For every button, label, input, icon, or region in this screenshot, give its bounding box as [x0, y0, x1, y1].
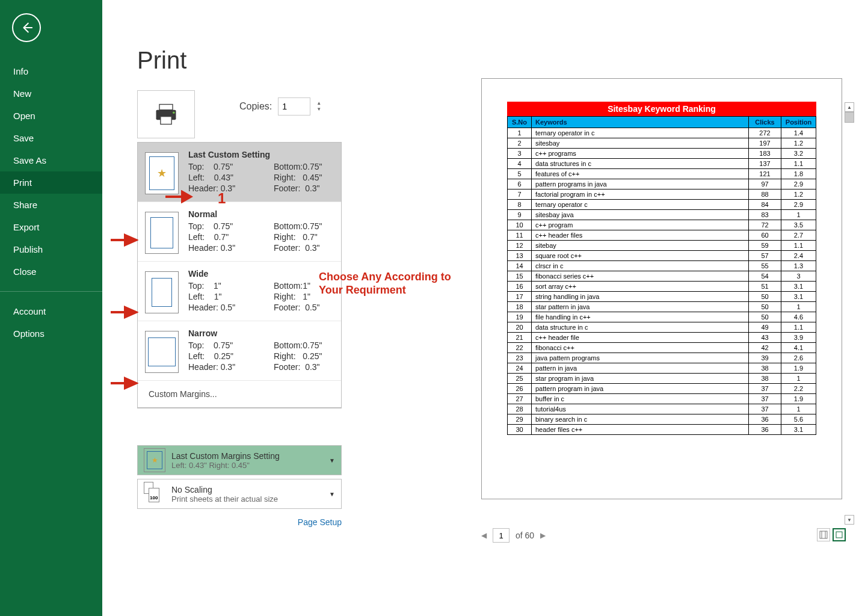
spinner-down-icon[interactable]: ▼ — [316, 107, 321, 112]
margin-option-wide[interactable]: Wide Top: 1"Bottom:1" Left: 1"Right: 1" … — [138, 262, 341, 321]
table-row: 17string handling in java503.1 — [508, 292, 816, 302]
margin-thumb-icon — [145, 271, 179, 313]
table-row: 4data structures in c1371.1 — [508, 159, 816, 169]
show-margins-button[interactable] — [817, 528, 830, 541]
table-row: 7factorial program in c++881.2 — [508, 189, 816, 200]
annotation-text: Choose Any According to Your Requirment — [319, 270, 451, 297]
copies-group: Copies: ▲ ▼ — [239, 97, 321, 116]
page-total-label: of 60 — [516, 531, 534, 540]
margin-thumb-icon: ★ — [145, 152, 179, 194]
margin-option-name: Normal — [188, 209, 334, 219]
table-row: 10c++ program723.5 — [508, 220, 816, 230]
svg-point-4 — [173, 111, 175, 114]
table-row: 5features of c++1211.8 — [508, 169, 816, 179]
sidebar-item-share[interactable]: Share — [0, 194, 102, 216]
page-title: Print — [137, 47, 186, 74]
backstage-main: Print Copies: ▲ ▼ ★ Last Custom Se — [102, 0, 859, 616]
sidebar-item-save-as[interactable]: Save As — [0, 149, 102, 171]
margins-selector-title: Last Custom Margins Setting — [171, 451, 280, 461]
sidebar-divider — [0, 291, 102, 292]
prev-page-button[interactable]: ◀ — [481, 531, 487, 540]
col-keywords: Keywords — [532, 117, 749, 128]
sidebar-item-export[interactable]: Export — [0, 216, 102, 238]
page-number-input[interactable] — [493, 528, 510, 543]
svg-rect-9 — [836, 532, 842, 538]
print-section: Copies: ▲ ▼ — [137, 90, 195, 138]
table-row: 19file handling in c++504.6 — [508, 312, 816, 322]
sidebar-item-new[interactable]: New — [0, 82, 102, 105]
margins-dropdown-panel: ★ Last Custom Setting Top: 0.75"Bottom:0… — [137, 142, 342, 408]
table-row: 21c++ header file433.9 — [508, 333, 816, 343]
table-row: 24pattern in java381.9 — [508, 363, 816, 374]
table-row: 29binary search in c365.6 — [508, 414, 816, 425]
annotation-arrow-icon — [109, 377, 138, 390]
table-row: 13square root c++572.4 — [508, 251, 816, 261]
scroll-down-icon[interactable]: ▼ — [845, 515, 854, 525]
spinner-up-icon[interactable]: ▲ — [316, 101, 321, 106]
margin-thumb-icon — [145, 212, 179, 254]
annotation-arrow-icon — [164, 190, 193, 203]
sidebar-item-info[interactable]: Info — [0, 60, 102, 82]
page-navigator: ◀ of 60 ▶ — [481, 528, 842, 543]
table-row: 1ternary operator in c2721.4 — [508, 128, 816, 138]
copies-label: Copies: — [239, 101, 272, 112]
print-preview: Sitesbay Keyword Ranking S.No Keywords C… — [481, 78, 842, 499]
sidebar-item-print[interactable]: Print — [0, 171, 102, 194]
preview-view-buttons — [817, 528, 846, 541]
scaling-title: No Scaling — [171, 485, 278, 494]
svg-rect-6 — [820, 531, 827, 538]
chevron-down-icon: ▼ — [329, 457, 335, 464]
margin-option-name: Wide — [188, 269, 334, 279]
scroll-up-icon[interactable]: ▲ — [845, 102, 854, 112]
star-icon: ★ — [157, 167, 167, 180]
page-setup-link[interactable]: Page Setup — [137, 517, 342, 527]
table-row: 3c++ programs1833.2 — [508, 149, 816, 159]
chevron-down-icon: ▼ — [329, 491, 335, 497]
table-row: 18star pattern in java501 — [508, 302, 816, 312]
printer-icon — [153, 101, 179, 128]
table-row: 23java pattern programs392.6 — [508, 353, 816, 363]
table-row: 11c++ header files602.7 — [508, 230, 816, 241]
table-row: 22fibonacci c++424.1 — [508, 343, 816, 353]
margin-option-normal[interactable]: Normal Top: 0.75"Bottom:0.75" Left: 0.7"… — [138, 202, 341, 262]
table-row: 28tutorial4us371 — [508, 404, 816, 414]
preview-header: Sitesbay Keyword Ranking — [507, 102, 816, 116]
annotation-number: 1 — [218, 190, 226, 207]
margin-thumb-icon — [145, 331, 179, 373]
sidebar-item-close[interactable]: Close — [0, 260, 102, 283]
sidebar-item-options[interactable]: Options — [0, 322, 102, 345]
margin-option-name: Narrow — [188, 328, 334, 338]
custom-margins-link[interactable]: Custom Margins... — [138, 381, 341, 408]
print-button[interactable] — [137, 90, 195, 138]
table-row: 2sitesbay1971.2 — [508, 138, 816, 149]
scaling-selector[interactable]: 100 No Scaling Print sheets at their act… — [137, 479, 342, 509]
sidebar-item-open[interactable]: Open — [0, 105, 102, 127]
margins-selector[interactable]: ★ Last Custom Margins Setting Left: 0.43… — [137, 445, 342, 475]
annotation-arrow-icon — [109, 233, 138, 247]
svg-rect-5 — [161, 117, 171, 125]
zoom-to-page-button[interactable] — [833, 528, 846, 541]
table-row: 12sitebay591.1 — [508, 241, 816, 251]
annotation-arrow-icon — [109, 306, 138, 319]
table-row: 6pattern programs in java972.9 — [508, 179, 816, 189]
table-row: 25star program in java381 — [508, 374, 816, 384]
next-page-button[interactable]: ▶ — [540, 531, 546, 540]
back-button[interactable] — [12, 13, 41, 42]
col-sno: S.No — [508, 117, 532, 128]
table-row: 8ternary operator c842.9 — [508, 200, 816, 210]
sidebar-item-publish[interactable]: Publish — [0, 238, 102, 260]
col-clicks: Clicks — [749, 117, 781, 128]
margin-option-name: Last Custom Setting — [188, 150, 334, 159]
sidebar-item-account[interactable]: Account — [0, 300, 102, 322]
margin-option-narrow[interactable]: Narrow Top: 0.75"Bottom:0.75" Left: 0.25… — [138, 321, 341, 381]
sidebar-item-save[interactable]: Save — [0, 127, 102, 149]
table-row: 15fibonacci series c++543 — [508, 271, 816, 282]
table-row: 30header files c++363.1 — [508, 425, 816, 435]
table-row: 16sort array c++513.1 — [508, 282, 816, 292]
table-row: 14clrscr in c551.3 — [508, 261, 816, 271]
preview-scrollbar[interactable]: ▲ ▼ — [845, 102, 854, 123]
scaling-detail: Print sheets at their actual size — [171, 494, 278, 504]
table-row: 9sitesbay java831 — [508, 210, 816, 220]
copies-spinner[interactable]: ▲ ▼ — [316, 101, 321, 112]
copies-input[interactable] — [278, 97, 310, 116]
